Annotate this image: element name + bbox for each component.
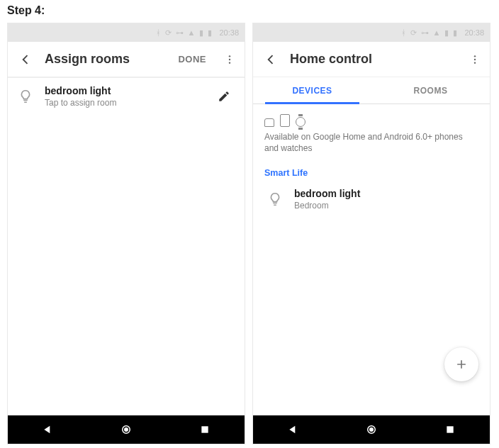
device-name: bedroom light (45, 85, 205, 96)
svg-point-8 (474, 62, 476, 63)
phone-icon (280, 114, 290, 127)
vpn-icon: ⊶ (176, 28, 184, 38)
device-room: Bedroom (294, 201, 480, 211)
nav-recents-icon (200, 425, 210, 435)
availability-section: Available on Google Home and Android 6.0… (253, 104, 490, 157)
step-label: Step 4: (0, 0, 499, 23)
edit-button[interactable] (213, 86, 235, 107)
lightbulb-icon (264, 189, 286, 210)
svg-point-4 (125, 428, 128, 432)
svg-point-7 (474, 58, 476, 60)
svg-point-0 (229, 55, 230, 57)
tab-devices[interactable]: DEVICES (253, 77, 371, 103)
tab-rooms[interactable]: ROOMS (371, 77, 490, 103)
speaker-icon (264, 118, 274, 127)
wifi-icon: ▲ (433, 28, 441, 37)
nav-back-icon (287, 424, 298, 435)
device-row[interactable]: bedroom light Tap to assign room (8, 78, 245, 115)
nav-home-button[interactable] (107, 420, 145, 439)
done-button[interactable]: DONE (171, 50, 213, 69)
app-bar: Home control (253, 42, 490, 77)
screen-title: Assign rooms (45, 52, 164, 67)
svg-point-2 (229, 62, 230, 63)
tab-bar: DEVICES ROOMS (253, 77, 490, 104)
lightbulb-icon (15, 86, 36, 107)
device-row[interactable]: bedroom light Bedroom (253, 181, 490, 218)
wifi-icon: ▲ (188, 28, 196, 37)
watch-icon (296, 117, 305, 127)
add-device-fab[interactable] (444, 347, 478, 381)
nav-back-button[interactable] (274, 420, 312, 439)
overflow-menu-button[interactable] (220, 47, 239, 72)
svg-point-10 (370, 428, 374, 432)
android-navbar (8, 415, 245, 444)
bluetooth-icon: ᚼ (156, 28, 161, 37)
nav-recents-icon (445, 425, 455, 435)
content-area: bedroom light Tap to assign room (8, 78, 245, 415)
vpn-icon: ⊶ (421, 28, 429, 38)
nav-back-icon (42, 424, 53, 435)
status-time: 20:38 (219, 28, 239, 37)
nav-recents-button[interactable] (186, 420, 224, 439)
more-vert-icon (469, 54, 481, 65)
battery-icon: ▮ (453, 28, 457, 38)
back-button[interactable] (259, 47, 283, 72)
svg-point-1 (229, 58, 230, 60)
nav-home-button[interactable] (352, 420, 391, 439)
nav-home-icon (120, 423, 133, 436)
content-area: Available on Google Home and Android 6.0… (253, 104, 490, 415)
plus-icon (454, 357, 469, 371)
app-bar: Assign rooms DONE (8, 42, 245, 77)
service-header: Smart Life (253, 157, 490, 181)
more-vert-icon (224, 54, 235, 65)
device-type-icons (264, 114, 478, 131)
sync-icon: ⟳ (165, 28, 172, 38)
nav-home-icon (365, 423, 378, 436)
status-bar: ᚼ ⟳ ⊶ ▲ ▮ ▮ 20:38 (8, 23, 245, 42)
availability-text: Available on Google Home and Android 6.0… (264, 131, 478, 154)
arrow-left-icon (264, 52, 278, 67)
status-time: 20:38 (464, 28, 484, 37)
back-button[interactable] (13, 47, 38, 72)
arrow-left-icon (18, 52, 33, 67)
device-name: bedroom light (294, 188, 480, 199)
android-navbar (253, 415, 490, 444)
pencil-icon (218, 90, 230, 103)
screenshot-home-control: ᚼ ⟳ ⊶ ▲ ▮ ▮ 20:38 Home control DEVICES R… (252, 23, 490, 444)
signal-icon: ▮ (199, 28, 203, 38)
svg-rect-11 (447, 426, 454, 432)
svg-rect-5 (202, 426, 208, 432)
battery-icon: ▮ (208, 28, 212, 38)
status-bar: ᚼ ⟳ ⊶ ▲ ▮ ▮ 20:38 (253, 23, 490, 42)
svg-point-6 (474, 55, 476, 57)
overflow-menu-button[interactable] (466, 47, 484, 72)
nav-back-button[interactable] (28, 420, 67, 439)
screen-title: Home control (290, 52, 459, 67)
bluetooth-icon: ᚼ (401, 28, 406, 37)
screenshot-assign-rooms: ᚼ ⟳ ⊶ ▲ ▮ ▮ 20:38 Assign rooms DONE (7, 23, 245, 444)
sync-icon: ⟳ (410, 28, 417, 38)
signal-icon: ▮ (444, 28, 449, 38)
device-subtext: Tap to assign room (45, 98, 205, 108)
nav-recents-button[interactable] (431, 420, 469, 439)
